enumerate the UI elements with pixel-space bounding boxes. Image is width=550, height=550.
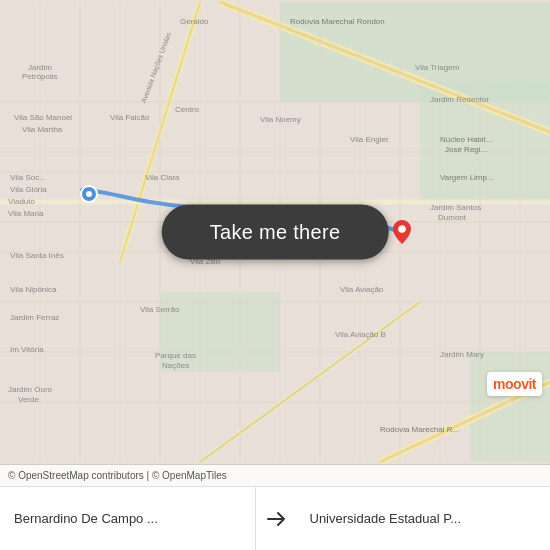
take-me-there-button[interactable]: Take me there bbox=[162, 205, 389, 260]
svg-text:Petrópolis: Petrópolis bbox=[22, 72, 58, 81]
attribution-text: © OpenStreetMap contributors | © OpenMap… bbox=[8, 470, 227, 481]
svg-text:Im Vitória: Im Vitória bbox=[10, 345, 44, 354]
svg-text:Jardim Mary: Jardim Mary bbox=[440, 350, 484, 359]
direction-arrow bbox=[256, 507, 296, 531]
svg-text:Vila Glória: Vila Glória bbox=[10, 185, 47, 194]
svg-text:Vila Aviação B: Vila Aviação B bbox=[335, 330, 386, 339]
destination-location[interactable]: Universidade Estadual P... bbox=[296, 487, 551, 550]
map-area: Jardim Petrópolis Geraldo Rodovia Marech… bbox=[0, 0, 550, 464]
svg-text:Vila Noemy: Vila Noemy bbox=[260, 115, 301, 124]
svg-text:Vila Maria: Vila Maria bbox=[8, 209, 44, 218]
svg-text:Vila Clara: Vila Clara bbox=[145, 173, 180, 182]
svg-text:Jardim: Jardim bbox=[28, 63, 52, 72]
origin-label: Bernardino De Campo ... bbox=[14, 511, 241, 526]
svg-point-74 bbox=[398, 225, 406, 233]
svg-text:Centro: Centro bbox=[175, 105, 200, 114]
svg-text:Viaduto: Viaduto bbox=[8, 197, 36, 206]
app-container: Jardim Petrópolis Geraldo Rodovia Marech… bbox=[0, 0, 550, 550]
svg-text:Jardim Ouro: Jardim Ouro bbox=[8, 385, 53, 394]
svg-text:Rodovia Marechal Rondon: Rodovia Marechal Rondon bbox=[290, 17, 385, 26]
svg-text:Vila Nipônica: Vila Nipônica bbox=[10, 285, 57, 294]
svg-text:Vila Santa Inês: Vila Santa Inês bbox=[10, 251, 64, 260]
svg-text:Vila Triagem: Vila Triagem bbox=[415, 63, 460, 72]
svg-text:Vila Engler: Vila Engler bbox=[350, 135, 389, 144]
svg-text:Vargem Limp...: Vargem Limp... bbox=[440, 173, 494, 182]
svg-text:Rodovia Marechal R...: Rodovia Marechal R... bbox=[380, 425, 459, 434]
bottom-navigation-bar: Bernardino De Campo ... Universidade Est… bbox=[0, 486, 550, 550]
moovit-logo-text: moovit bbox=[493, 376, 536, 392]
svg-text:José Regi...: José Regi... bbox=[445, 145, 487, 154]
map-attribution: © OpenStreetMap contributors | © OpenMap… bbox=[0, 464, 550, 486]
svg-text:Verde: Verde bbox=[18, 395, 39, 404]
destination-label: Universidade Estadual P... bbox=[310, 511, 537, 526]
svg-text:Nações: Nações bbox=[162, 361, 189, 370]
svg-text:Vila Falcão: Vila Falcão bbox=[110, 113, 150, 122]
svg-text:Jardim Santos: Jardim Santos bbox=[430, 203, 481, 212]
svg-rect-4 bbox=[470, 352, 550, 462]
svg-text:Jardim Redentor: Jardim Redentor bbox=[430, 95, 489, 104]
arrow-right-icon bbox=[264, 507, 288, 531]
svg-text:Vila São Manoel: Vila São Manoel bbox=[14, 113, 72, 122]
svg-text:Vila Serrão: Vila Serrão bbox=[140, 305, 180, 314]
svg-text:Jardim Ferraz: Jardim Ferraz bbox=[10, 313, 59, 322]
origin-location[interactable]: Bernardino De Campo ... bbox=[0, 487, 256, 550]
svg-text:Parque das: Parque das bbox=[155, 351, 196, 360]
svg-point-73 bbox=[86, 191, 92, 197]
svg-text:Vila Soc...: Vila Soc... bbox=[10, 173, 46, 182]
svg-text:Dumont: Dumont bbox=[438, 213, 467, 222]
svg-rect-3 bbox=[160, 292, 280, 372]
svg-text:Vila Martha: Vila Martha bbox=[22, 125, 63, 134]
origin-marker bbox=[80, 185, 98, 203]
moovit-logo: moovit bbox=[487, 372, 542, 396]
svg-text:Núcleo Habit...: Núcleo Habit... bbox=[440, 135, 492, 144]
svg-text:Vila Aviação: Vila Aviação bbox=[340, 285, 384, 294]
destination-marker bbox=[390, 220, 414, 244]
svg-text:Geraldo: Geraldo bbox=[180, 17, 209, 26]
